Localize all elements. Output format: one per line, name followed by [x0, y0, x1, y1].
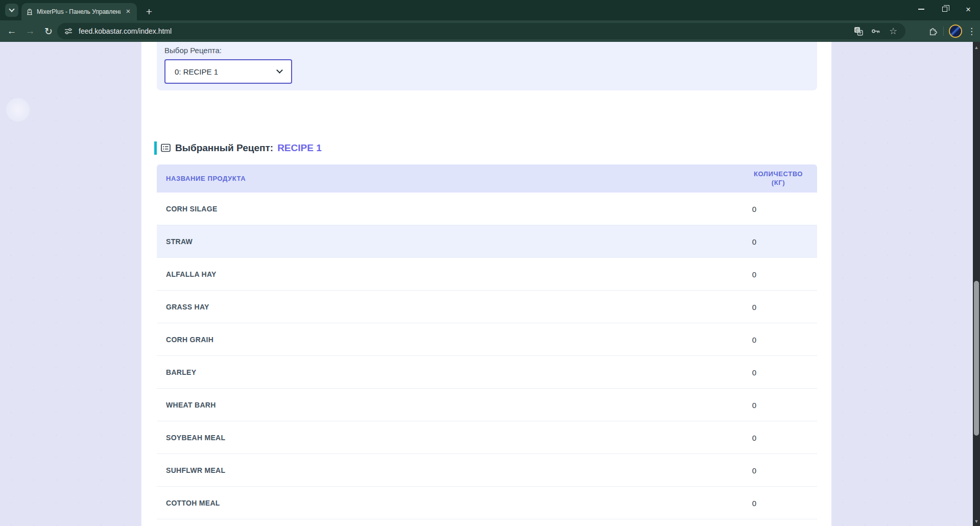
toolbar-divider: [943, 27, 944, 36]
restore-icon: [942, 7, 947, 12]
table-row: CORH GRAIH0: [157, 323, 817, 356]
table-row: COTTOH MEAL0: [157, 487, 817, 519]
tab-favicon-icon: [26, 8, 34, 16]
product-name-cell: CORH SILAGE: [166, 193, 218, 225]
product-name-cell: STRAW: [166, 225, 193, 258]
translate-icon[interactable]: G: [853, 26, 864, 36]
tab-close-icon[interactable]: ×: [124, 7, 133, 16]
back-button[interactable]: ←: [3, 20, 20, 42]
forward-button[interactable]: →: [21, 20, 39, 42]
table-row: GRASS HAY0: [157, 291, 817, 323]
window-restore-button[interactable]: [933, 0, 957, 18]
heading-recipe-name: RECIPE 1: [277, 142, 322, 154]
table-row: CORH SILAGE0: [157, 193, 817, 225]
background-decoration-circle: [6, 98, 30, 122]
table-row: SUHFLWR MEAL0: [157, 454, 817, 487]
recipe-select-value: 0: RECIPE 1: [175, 67, 277, 76]
table-row: ALFALLA HAY0: [157, 258, 817, 291]
recipe-select-panel: Выбор Рецепта: 0: RECIPE 1: [157, 42, 817, 90]
quantity-cell: 0: [734, 389, 775, 421]
table-row: DDGS0: [157, 519, 817, 526]
quantity-cell: 0: [734, 258, 775, 291]
browser-tab-strip: MixerPlus - Панель Управлени × + ×: [0, 0, 980, 20]
scrollbar-down-arrow-icon[interactable]: ▼: [973, 519, 980, 524]
tab-title: MixerPlus - Панель Управлени: [37, 8, 121, 15]
product-name-cell: COTTOH MEAL: [166, 487, 220, 519]
quantity-cell: 0: [734, 323, 775, 356]
browser-toolbar: ← → ↻ feed.kobastar.com/index.html G: [0, 20, 980, 42]
product-name-cell: DDGS: [166, 519, 187, 526]
tab-search-button[interactable]: [5, 4, 18, 17]
product-name-cell: WHEAT BARH: [166, 389, 216, 421]
url-text[interactable]: feed.kobastar.com/index.html: [79, 27, 853, 35]
quantity-cell: 0: [734, 291, 775, 323]
profile-avatar[interactable]: [949, 25, 962, 38]
recipe-select-dropdown[interactable]: 0: RECIPE 1: [164, 59, 292, 84]
browser-menu-icon[interactable]: ⋮: [967, 27, 976, 36]
browser-tab-active[interactable]: MixerPlus - Панель Управлени ×: [21, 3, 137, 20]
table-row: STRAW0: [157, 225, 817, 258]
close-icon: ×: [966, 5, 971, 14]
quantity-cell: 0: [734, 193, 775, 225]
window-controls: ×: [910, 0, 980, 18]
product-name-cell: CORH GRAIH: [166, 323, 213, 356]
scrollbar-up-arrow-icon[interactable]: ▲: [973, 45, 980, 50]
quantity-cell: 0: [734, 454, 775, 487]
address-bar[interactable]: feed.kobastar.com/index.html G ☆: [57, 23, 905, 39]
page-viewport: Выбор Рецепта: 0: RECIPE 1 Выбранный Рец…: [0, 42, 973, 526]
accent-bar: [154, 141, 157, 155]
quantity-cell: 0: [734, 225, 775, 258]
product-name-cell: GRASS HAY: [166, 291, 209, 323]
table-row: SOYBEAH MEAL0: [157, 421, 817, 454]
quantity-cell: 0: [734, 519, 775, 526]
product-name-cell: SUHFLWR MEAL: [166, 454, 225, 487]
column-header-quantity: КОЛИЧЕСТВО (КГ): [750, 164, 806, 193]
selected-recipe-heading: Выбранный Рецепт: RECIPE 1: [154, 141, 322, 155]
heading-label: Выбранный Рецепт:: [175, 142, 273, 154]
chevron-down-icon: [276, 67, 283, 74]
main-content-card: Выбор Рецепта: 0: RECIPE 1 Выбранный Рец…: [141, 42, 831, 526]
recipe-list-icon: [160, 142, 171, 153]
table-row: WHEAT BARH0: [157, 389, 817, 421]
bookmark-star-icon[interactable]: ☆: [888, 26, 898, 36]
new-tab-button[interactable]: +: [142, 5, 156, 19]
column-header-product: НАЗВАНИЕ ПРОДУКТА: [166, 164, 246, 193]
site-settings-icon[interactable]: [63, 26, 74, 36]
recipe-products-table: НАЗВАНИЕ ПРОДУКТА КОЛИЧЕСТВО (КГ) CORH S…: [157, 164, 817, 526]
recipe-select-label: Выбор Рецепта:: [164, 46, 222, 55]
product-name-cell: ALFALLA HAY: [166, 258, 217, 291]
table-header-row: НАЗВАНИЕ ПРОДУКТА КОЛИЧЕСТВО (КГ): [157, 164, 817, 193]
quantity-cell: 0: [734, 356, 775, 389]
reload-button[interactable]: ↻: [40, 20, 57, 42]
table-body: CORH SILAGE0STRAW0ALFALLA HAY0GRASS HAY0…: [157, 193, 817, 526]
table-row: BARLEY0: [157, 356, 817, 389]
quantity-cell: 0: [734, 421, 775, 454]
quantity-cell: 0: [734, 487, 775, 519]
minimize-icon: [918, 9, 924, 10]
scrollbar-thumb[interactable]: [974, 281, 979, 436]
chevron-down-icon: [9, 6, 14, 12]
page-scrollbar[interactable]: ▲ ▼: [973, 42, 980, 526]
extensions-icon[interactable]: [927, 26, 938, 37]
product-name-cell: SOYBEAH MEAL: [166, 421, 225, 454]
window-close-button[interactable]: ×: [957, 0, 980, 18]
window-minimize-button[interactable]: [910, 0, 933, 18]
passwords-key-icon[interactable]: [871, 26, 881, 36]
product-name-cell: BARLEY: [166, 356, 196, 389]
